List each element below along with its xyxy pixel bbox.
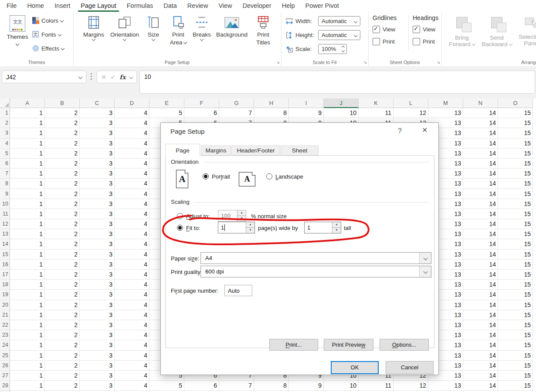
ribbon-tab-home[interactable]: Home bbox=[22, 0, 49, 12]
cell-D9[interactable]: 4 bbox=[115, 189, 149, 199]
cell-E1[interactable]: 5 bbox=[149, 108, 184, 118]
cell-C7[interactable]: 3 bbox=[80, 169, 115, 179]
cell-B6[interactable]: 2 bbox=[45, 159, 80, 169]
cell-I28[interactable]: 9 bbox=[289, 381, 324, 391]
row-header-6[interactable]: 6 bbox=[0, 159, 10, 169]
cell-B28[interactable]: 2 bbox=[45, 381, 80, 391]
cell-B24[interactable]: 2 bbox=[45, 340, 80, 350]
ribbon-tab-help[interactable]: Help bbox=[277, 0, 300, 12]
ribbon-tab-insert[interactable]: Insert bbox=[49, 0, 75, 12]
cell-B4[interactable]: 2 bbox=[45, 139, 80, 149]
cell-C1[interactable]: 3 bbox=[80, 108, 115, 118]
cell-D8[interactable]: 4 bbox=[115, 179, 149, 189]
cell-N18[interactable]: 14 bbox=[463, 280, 498, 290]
cell-N6[interactable]: 14 bbox=[463, 159, 498, 169]
cell-C3[interactable]: 3 bbox=[80, 128, 115, 138]
cell-D21[interactable]: 4 bbox=[115, 310, 149, 320]
cell-C13[interactable]: 3 bbox=[80, 229, 115, 239]
cell-C10[interactable]: 3 bbox=[80, 199, 115, 209]
cell-N12[interactable]: 14 bbox=[463, 219, 498, 229]
cancel-button[interactable]: Cancel bbox=[386, 361, 434, 374]
column-header-N[interactable]: N bbox=[463, 98, 498, 108]
cell-A24[interactable]: 1 bbox=[10, 340, 45, 350]
cell-A4[interactable]: 1 bbox=[10, 139, 45, 149]
cell-B19[interactable]: 2 bbox=[45, 290, 80, 300]
insert-function-icon[interactable]: fx bbox=[119, 74, 126, 81]
cell-N13[interactable]: 14 bbox=[463, 229, 498, 239]
cell-C18[interactable]: 3 bbox=[80, 280, 115, 290]
cell-N8[interactable]: 14 bbox=[463, 179, 498, 189]
cell-A2[interactable]: 1 bbox=[10, 118, 45, 128]
tab-sheet[interactable]: Sheet bbox=[281, 145, 319, 155]
cell-C8[interactable]: 3 bbox=[80, 179, 115, 189]
cell-D16[interactable]: 4 bbox=[115, 260, 149, 270]
cell-D13[interactable]: 4 bbox=[115, 229, 149, 239]
ribbon-tab-page-layout[interactable]: Page Layout bbox=[75, 0, 121, 12]
cell-B20[interactable]: 2 bbox=[45, 300, 80, 310]
cell-N23[interactable]: 14 bbox=[463, 330, 498, 340]
headings-view-checkbox[interactable]: ✓View bbox=[413, 26, 445, 33]
print-area-button[interactable]: Print Area bbox=[166, 15, 190, 46]
formula-bar-input[interactable]: 10 bbox=[139, 71, 535, 94]
cell-D10[interactable]: 4 bbox=[115, 199, 149, 209]
row-header-26[interactable]: 26 bbox=[0, 361, 10, 371]
cell-O5[interactable]: 15 bbox=[498, 149, 533, 159]
cell-B22[interactable]: 2 bbox=[45, 320, 80, 330]
cell-D1[interactable]: 4 bbox=[115, 108, 149, 118]
cell-A7[interactable]: 1 bbox=[10, 169, 45, 179]
cell-N28[interactable]: 14 bbox=[463, 381, 498, 391]
row-header-23[interactable]: 23 bbox=[0, 330, 10, 340]
cell-O16[interactable]: 15 bbox=[498, 260, 533, 270]
cell-O6[interactable]: 15 bbox=[498, 159, 533, 169]
column-header-I[interactable]: I bbox=[289, 98, 324, 108]
ribbon-tab-review[interactable]: Review bbox=[182, 0, 214, 12]
width-dropdown[interactable]: Automatic bbox=[318, 16, 360, 26]
row-header-20[interactable]: 20 bbox=[0, 300, 10, 310]
cell-O17[interactable]: 15 bbox=[498, 270, 533, 280]
cell-B8[interactable]: 2 bbox=[45, 179, 80, 189]
page-setup-dialog-launcher-icon[interactable]: ↘ bbox=[276, 61, 280, 64]
row-header-3[interactable]: 3 bbox=[0, 128, 10, 138]
cell-B2[interactable]: 2 bbox=[45, 118, 80, 128]
cell-D17[interactable]: 4 bbox=[115, 270, 149, 280]
cell-C22[interactable]: 3 bbox=[80, 320, 115, 330]
column-header-B[interactable]: B bbox=[45, 98, 80, 108]
row-header-27[interactable]: 27 bbox=[0, 371, 10, 381]
cell-C21[interactable]: 3 bbox=[80, 310, 115, 320]
name-box[interactable]: J42 bbox=[2, 71, 86, 83]
cell-O28[interactable]: 15 bbox=[498, 381, 533, 391]
cell-D14[interactable]: 4 bbox=[115, 239, 149, 249]
row-header-25[interactable]: 25 bbox=[0, 351, 10, 361]
cell-O13[interactable]: 15 bbox=[498, 229, 533, 239]
cell-N15[interactable]: 14 bbox=[463, 250, 498, 260]
spinner-arrows-icon[interactable]: ▲▼ bbox=[332, 222, 341, 233]
cell-B21[interactable]: 2 bbox=[45, 310, 80, 320]
cell-M1[interactable]: 13 bbox=[428, 108, 463, 118]
help-icon[interactable]: ? bbox=[398, 127, 402, 135]
column-header-E[interactable]: E bbox=[149, 98, 184, 108]
margins-button[interactable]: Margins bbox=[80, 15, 107, 43]
cell-O11[interactable]: 15 bbox=[498, 209, 533, 219]
row-header-1[interactable]: 1 bbox=[0, 108, 10, 118]
row-header-19[interactable]: 19 bbox=[0, 290, 10, 300]
row-header-18[interactable]: 18 bbox=[0, 280, 10, 290]
cell-N16[interactable]: 14 bbox=[463, 260, 498, 270]
cell-D15[interactable]: 4 bbox=[115, 250, 149, 260]
cell-A16[interactable]: 1 bbox=[10, 260, 45, 270]
cell-L1[interactable]: 12 bbox=[394, 108, 428, 118]
column-header-F[interactable]: F bbox=[184, 98, 219, 108]
cell-D4[interactable]: 4 bbox=[115, 139, 149, 149]
landscape-radio[interactable] bbox=[266, 173, 272, 179]
cell-D2[interactable]: 4 bbox=[115, 118, 149, 128]
fit-pages-wide-spinner[interactable]: 1 ▲▼ bbox=[218, 222, 255, 233]
cell-D22[interactable]: 4 bbox=[115, 320, 149, 330]
cell-O23[interactable]: 15 bbox=[498, 330, 533, 340]
cell-A27[interactable]: 1 bbox=[10, 371, 45, 381]
cell-D26[interactable]: 4 bbox=[115, 361, 149, 371]
cell-D5[interactable]: 4 bbox=[115, 149, 149, 159]
cell-O24[interactable]: 15 bbox=[498, 340, 533, 350]
cell-N21[interactable]: 14 bbox=[463, 310, 498, 320]
chevron-down-icon[interactable] bbox=[419, 253, 431, 264]
themes-button[interactable]: 文文 Themes bbox=[5, 14, 30, 48]
cell-B15[interactable]: 2 bbox=[45, 250, 80, 260]
